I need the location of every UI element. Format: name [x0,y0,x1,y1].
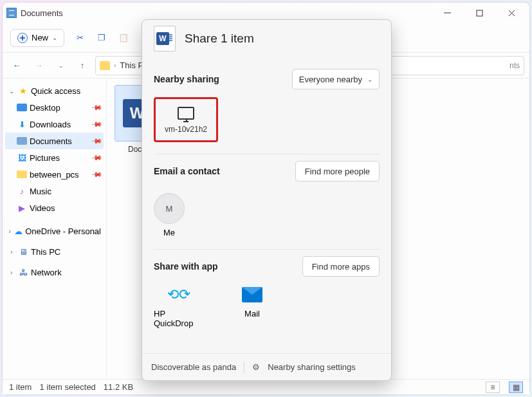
recent-button[interactable]: ⌄ [51,57,69,75]
svg-rect-0 [477,10,482,16]
copy-icon[interactable]: ❐ [95,32,108,44]
device-name: vm-10v21h2 [165,125,207,134]
hp-quickdrop-icon: ⟲⟳ [167,284,190,305]
details-view-button[interactable]: ≡ [486,382,500,393]
selection-count: 1 item selected [39,382,95,392]
sidebar-item-desktop[interactable]: Desktop📌 [5,99,104,116]
paste-icon[interactable]: 📋 [117,32,130,44]
app-label: Mail [244,309,260,319]
app-hp-quickdrop[interactable]: ⟲⟳ HP QuickDrop [154,284,204,328]
chevron-right-icon: › [114,62,116,69]
email-section: Email a contact Find more people M Me [154,154,380,250]
sidebar-this-pc[interactable]: ›🖥This PC [5,243,104,260]
new-button[interactable]: New ⌄ [10,29,64,47]
selection-size: 11.2 KB [104,382,133,392]
forward-button[interactable]: → [30,57,48,75]
app-mail[interactable]: Mail [227,284,277,328]
sidebar-item-pictures[interactable]: 🖼Pictures📌 [5,149,104,166]
discoverable-text: Discoverable as panda [151,362,236,372]
thumbnails-view-button[interactable]: ▦ [509,382,523,393]
sidebar-item-downloads[interactable]: ⬇Downloads📌 [5,116,104,133]
mail-icon [241,284,264,305]
chevron-down-icon: ⌄ [52,34,57,41]
close-button[interactable] [497,4,526,22]
gear-icon: ⚙ [252,362,260,372]
nearby-settings-link[interactable]: Nearby sharing settings [268,362,356,372]
sidebar-item-music[interactable]: ♪Music [5,183,104,199]
folder-icon [100,61,110,70]
app-label: HP QuickDrop [154,309,204,328]
up-button[interactable]: ↑ [73,57,91,75]
find-apps-button[interactable]: Find more apps [302,256,380,277]
sidebar-item-between-pcs[interactable]: between_pcs📌 [5,166,104,183]
pin-icon: 📌 [90,134,102,147]
contact-label: Me [163,228,175,237]
address-suffix: nts [509,61,520,70]
share-title: Share 1 item [185,32,254,46]
share-header: Share 1 item [142,20,391,57]
chevron-down-icon: ⌄ [367,76,372,83]
divider [244,362,244,373]
sidebar-quick-access[interactable]: ⌄★Quick access [5,82,104,99]
contact-me[interactable]: M Me [154,193,185,237]
email-title: Email a contact [154,166,220,176]
nearby-device[interactable]: vm-10v21h2 [154,97,218,142]
plus-icon [17,33,28,43]
pin-icon: 📌 [90,101,102,113]
maximize-button[interactable] [465,4,493,22]
document-icon [154,26,176,51]
share-dialog: Share 1 item Nearby sharing Everyone nea… [142,19,392,381]
nearby-title: Nearby sharing [154,74,219,84]
avatar: M [154,193,185,224]
window-title: Documents [21,8,63,18]
sidebar-network[interactable]: ›🖧Network [5,264,104,281]
sidebar-onedrive[interactable]: ›☁OneDrive - Personal [5,223,104,239]
new-label: New [32,33,48,42]
share-footer: Discoverable as panda ⚙ Nearby sharing s… [142,353,391,380]
back-button[interactable]: ← [8,57,26,75]
cut-icon[interactable]: ✂ [73,32,86,44]
nearby-scope-dropdown[interactable]: Everyone nearby ⌄ [292,69,380,89]
find-people-button[interactable]: Find more people [295,161,380,181]
pin-icon: 📌 [90,151,102,163]
pin-icon: 📌 [90,168,102,180]
sidebar-item-videos[interactable]: ▶Videos [5,199,104,216]
sidebar: ⌄★Quick access Desktop📌 ⬇Downloads📌 Docu… [3,78,107,394]
status-bar: 1 item 1 item selected 11.2 KB ≡ ▦ [3,379,529,394]
pin-icon: 📌 [90,118,102,130]
sidebar-item-documents[interactable]: Documents📌 [5,133,104,149]
computer-icon [178,107,194,120]
nearby-section: Nearby sharing Everyone nearby ⌄ vm-10v2… [154,62,380,154]
item-count: 1 item [9,382,32,392]
minimize-button[interactable] [433,4,461,22]
explorer-icon [6,8,17,18]
apps-title: Share with app [154,261,218,272]
apps-section: Share with app Find more apps ⟲⟳ HP Quic… [154,250,380,340]
